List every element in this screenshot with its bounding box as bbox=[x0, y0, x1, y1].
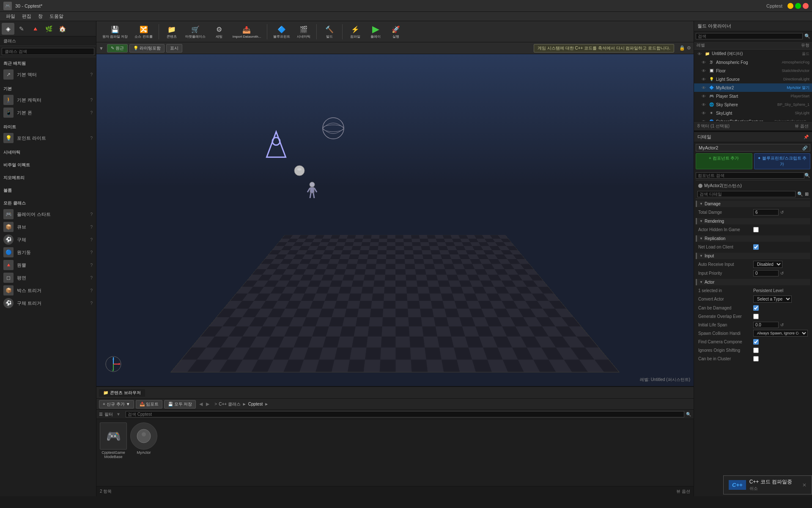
eye-icon-6[interactable]: 👁 bbox=[701, 102, 707, 108]
placement-item-basic-pawn[interactable]: 📱 기본 폰 ? bbox=[0, 106, 96, 119]
new-add-button[interactable]: + 신규 추가 ▼ bbox=[99, 400, 134, 409]
actor-section-header[interactable]: Actor bbox=[696, 279, 810, 285]
eye-icon-1[interactable]: 👁 bbox=[701, 59, 707, 65]
placement-item-sphere[interactable]: ⚽ 구체 ? bbox=[0, 233, 96, 246]
eye-icon-5[interactable]: 👁 bbox=[701, 93, 707, 99]
mode-place[interactable]: ◈ bbox=[2, 23, 14, 35]
asset-item-my-actor[interactable]: MyActor bbox=[130, 422, 157, 459]
menu-help[interactable]: 도움알 bbox=[46, 12, 67, 20]
cylinder-help[interactable]: ? bbox=[90, 250, 93, 255]
toolbar-cinematic[interactable]: 🎬 시네마틱 bbox=[294, 22, 313, 41]
viewport-lock-icon[interactable]: 🔒 bbox=[679, 45, 685, 51]
point-light-help[interactable]: ? bbox=[90, 136, 93, 141]
eye-icon-2[interactable]: 👁 bbox=[701, 68, 707, 74]
mode-paint[interactable]: ✎ bbox=[15, 23, 28, 35]
total-damage-input[interactable] bbox=[753, 209, 779, 215]
save-all-button[interactable]: 💾 모두 저장 bbox=[164, 400, 196, 409]
placement-item-basic-character[interactable]: 🚶 기본 캐릭터 ? bbox=[0, 94, 96, 106]
maximize-button[interactable] bbox=[795, 3, 801, 9]
plane-help[interactable]: ? bbox=[90, 276, 93, 280]
toolbar-marketplace[interactable]: 🛒 마켓플레이스 bbox=[183, 22, 208, 41]
placement-item-cone[interactable]: 🔺 원뿔 ? bbox=[0, 259, 96, 271]
toolbar-source-control[interactable]: 🔀 소스 컨트롤 bbox=[132, 22, 155, 41]
minimize-button[interactable] bbox=[787, 3, 793, 9]
toolbar-blueprint[interactable]: 🔷 블루프린트 bbox=[271, 22, 293, 41]
close-button[interactable] bbox=[803, 3, 809, 9]
life-span-input[interactable] bbox=[753, 322, 779, 328]
main-viewport[interactable]: Z X Y 레벨: Untitled (퍼시스턴트) bbox=[96, 54, 694, 386]
spawn-collision-select[interactable]: Always Spawn, Ignore Collisions bbox=[753, 330, 808, 337]
auto-receive-select[interactable]: Disabled bbox=[753, 261, 782, 268]
viewport-perspective-btn[interactable]: ✎ 원근 bbox=[107, 44, 128, 52]
placement-item-cube[interactable]: 📦 큐브 ? bbox=[0, 221, 96, 233]
outliner-item-6[interactable]: 👁 🌐 Sky Sphere BP_Sky_Sphere_1 bbox=[694, 100, 812, 109]
total-damage-reset-icon[interactable]: ↺ bbox=[780, 210, 784, 215]
placement-item-sphere-trigger[interactable]: ⚽ 구체 트리거 ? bbox=[0, 297, 96, 309]
box-trigger-help[interactable]: ? bbox=[90, 288, 93, 293]
placement-item-box-trigger[interactable]: 📦 박스 트리거 ? bbox=[0, 284, 96, 297]
find-camera-checkbox[interactable] bbox=[753, 339, 759, 345]
add-blueprint-button[interactable]: ✦ 블루프린트/스크립트 추가 bbox=[754, 153, 811, 169]
outliner-item-4[interactable]: 👁 🔷 MyActor2 MyActor 열기 bbox=[694, 83, 812, 92]
basic-actor-help[interactable]: ? bbox=[90, 72, 93, 77]
cone-help[interactable]: ? bbox=[90, 263, 93, 268]
replication-section-header[interactable]: Replication bbox=[696, 235, 810, 242]
basic-pawn-help[interactable]: ? bbox=[90, 110, 93, 115]
outliner-item-0[interactable]: 👁 📁 Untitled (에디터) 폴드 bbox=[694, 50, 812, 58]
view-options[interactable]: 뷰 옵션 bbox=[676, 489, 690, 494]
generate-overlap-checkbox[interactable] bbox=[753, 314, 759, 319]
placement-item-basic-actor[interactable]: ↗ 기본 액터 ? bbox=[0, 68, 96, 81]
placement-item-point-light[interactable]: 💡 포인트 라이트 ? bbox=[0, 132, 96, 144]
compiler-close-button[interactable]: ✕ bbox=[802, 482, 807, 488]
mode-landscape[interactable]: 🔺 bbox=[29, 23, 41, 35]
import-button[interactable]: 📥 임포트 bbox=[136, 400, 162, 409]
convert-actor-select[interactable]: Select a Type bbox=[753, 295, 792, 303]
mode-foliage[interactable]: 🌿 bbox=[42, 23, 55, 35]
mode-geometry[interactable]: 🏠 bbox=[56, 23, 69, 35]
eye-icon-4[interactable]: 👁 bbox=[701, 85, 707, 91]
breadcrumb-project[interactable]: Cpptest bbox=[248, 402, 263, 406]
add-component-button[interactable]: + 컴포넌트 추가 bbox=[696, 153, 752, 169]
placement-item-cylinder[interactable]: 🔵 원기둥 ? bbox=[0, 246, 96, 259]
eye-icon-0[interactable]: 👁 bbox=[697, 51, 702, 57]
outliner-item-5[interactable]: 👁 🎮 Player Start PlayerStart bbox=[694, 92, 812, 100]
can-be-cluster-checkbox[interactable] bbox=[753, 356, 759, 362]
rendering-section-header[interactable]: Rendering bbox=[696, 218, 810, 224]
menu-file[interactable]: 파일 bbox=[3, 12, 19, 20]
outliner-list[interactable]: 👁 📁 Untitled (에디터) 폴드 👁 🌫 Atmospheric Fo… bbox=[694, 50, 812, 121]
life-span-reset-icon[interactable]: ↺ bbox=[780, 323, 784, 327]
asset-search-icon[interactable]: 🔍 bbox=[686, 412, 691, 417]
eye-icon-3[interactable]: 👁 bbox=[701, 76, 707, 82]
breadcrumb-cpp[interactable]: C++ 클래스 bbox=[219, 401, 241, 407]
details-pin-icon[interactable]: 📌 bbox=[804, 135, 809, 139]
viewport-options-icon[interactable]: ⚙ bbox=[687, 45, 691, 51]
outliner-item-1[interactable]: 👁 🌫 Atmospheric Fog AtmosphericFog bbox=[694, 58, 812, 66]
damage-section-header[interactable]: Damage bbox=[696, 201, 810, 207]
actor-name-field[interactable]: 🔗 bbox=[696, 144, 810, 152]
class-search-input[interactable] bbox=[2, 48, 94, 55]
outliner-item-2[interactable]: 👁 🔲 Floor StaticMeshActor bbox=[694, 66, 812, 75]
asset-search-input[interactable] bbox=[126, 411, 684, 417]
toolbar-import-datasmith[interactable]: 📥 Import Datasmith... bbox=[230, 22, 264, 41]
component-search-input[interactable] bbox=[696, 172, 804, 179]
nav-back-icon[interactable]: ◀ bbox=[199, 401, 203, 407]
toolbar-content[interactable]: 📁 콘텐츠 bbox=[162, 22, 181, 41]
details-search-input[interactable] bbox=[697, 191, 796, 197]
sphere-help[interactable]: ? bbox=[90, 237, 93, 242]
input-priority-reset-icon[interactable]: ↺ bbox=[780, 271, 784, 276]
can-be-damaged-checkbox[interactable] bbox=[753, 305, 759, 311]
player-start-help[interactable]: ? bbox=[90, 212, 93, 217]
asset-item-game-mode[interactable]: 🎮 CpptestGameModeBase bbox=[100, 422, 127, 459]
nav-forward-icon[interactable]: ▶ bbox=[206, 401, 209, 407]
menu-edit[interactable]: 편집 bbox=[19, 12, 35, 20]
toolbar-build[interactable]: 🔨 빌드 bbox=[320, 22, 339, 41]
cube-help[interactable]: ? bbox=[90, 225, 93, 229]
input-priority-input[interactable] bbox=[753, 270, 779, 276]
outliner-item-7[interactable]: 👁 ☀ SkyLight SkyLight bbox=[694, 109, 812, 117]
viewport-show-btn[interactable]: 표시 bbox=[166, 44, 182, 52]
outliner-item-8[interactable]: 👁 🔵 SphereReflectionCapture SphereReflec… bbox=[694, 117, 812, 121]
net-load-checkbox[interactable] bbox=[753, 244, 759, 250]
sphere-trigger-help[interactable]: ? bbox=[90, 301, 93, 306]
eye-icon-7[interactable]: 👁 bbox=[701, 110, 707, 116]
toolbar-launch[interactable]: 🚀 실행 bbox=[387, 22, 405, 41]
